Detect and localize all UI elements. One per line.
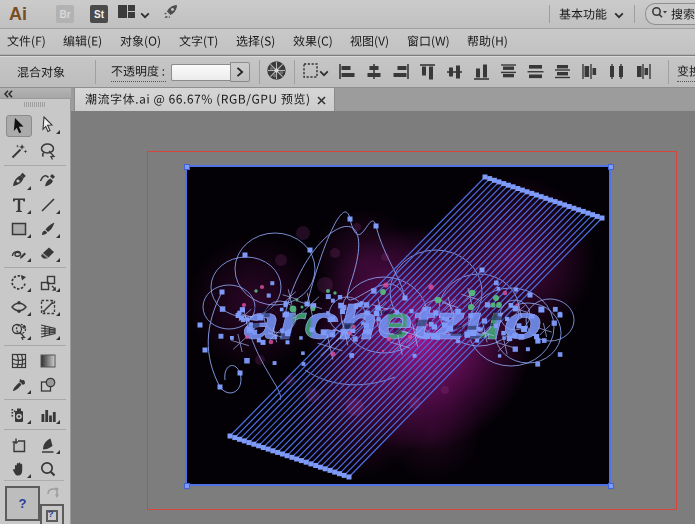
distribute-left-icon[interactable] <box>580 62 600 82</box>
selection-anchor[interactable] <box>608 483 614 489</box>
chevron-down-icon <box>140 5 150 23</box>
artwork-graphics: archetzuo <box>185 165 611 486</box>
eraser-tool[interactable] <box>35 243 61 263</box>
paintbrush-tool[interactable] <box>35 219 61 239</box>
align-center-v-icon[interactable] <box>445 62 465 82</box>
stock-icon[interactable]: St <box>90 5 108 23</box>
scale-tool[interactable] <box>35 273 61 293</box>
chevron-down-icon <box>614 5 624 23</box>
search-icon <box>651 5 668 23</box>
bridge-icon[interactable]: Br <box>56 5 74 23</box>
separator <box>668 60 669 84</box>
document-tab[interactable] <box>74 88 335 111</box>
line-segment-tool[interactable] <box>35 195 61 215</box>
document-tab-strip <box>0 88 695 111</box>
menu-item-2[interactable] <box>112 29 171 54</box>
menu-item-label <box>350 33 390 51</box>
document-tab-title <box>85 91 311 109</box>
fill-color-swatch[interactable]: ? <box>5 486 40 521</box>
selection-anchor[interactable] <box>184 164 190 170</box>
curvature-tool[interactable] <box>35 171 61 191</box>
align-right-icon[interactable] <box>391 62 411 82</box>
blend-tool[interactable] <box>35 375 61 395</box>
zoom-tool[interactable] <box>35 459 61 479</box>
panel-grip[interactable] <box>3 62 8 82</box>
selection-anchor[interactable] <box>184 483 190 489</box>
menu-item-3[interactable] <box>171 29 228 54</box>
arrange-documents-icon[interactable] <box>118 4 140 24</box>
align-top-icon[interactable] <box>418 62 438 82</box>
menu-item-1[interactable] <box>55 29 112 54</box>
lasso-tool[interactable] <box>35 141 61 161</box>
menu-item-0[interactable] <box>0 29 55 54</box>
close-icon[interactable] <box>317 91 326 109</box>
menu-item-label <box>293 33 333 51</box>
separator <box>4 165 66 166</box>
opacity-label[interactable] <box>111 62 166 82</box>
slice-tool[interactable] <box>35 435 61 455</box>
search-placeholder <box>671 5 695 23</box>
stroke-color-swatch[interactable]: ? <box>40 504 64 524</box>
menu-item-label <box>7 33 46 51</box>
rectangle-tool[interactable] <box>6 219 32 239</box>
distribute-center-h-icon[interactable] <box>607 62 627 82</box>
column-graph-tool[interactable] <box>35 405 61 425</box>
opacity-input[interactable] <box>171 64 230 81</box>
opacity-dropdown-button[interactable] <box>230 62 250 82</box>
separator <box>4 480 64 481</box>
separator <box>4 267 66 268</box>
application-bar: Ai Br St <box>0 0 695 29</box>
rotate-tool[interactable] <box>6 273 32 293</box>
transform-panel-link[interactable] <box>677 62 695 82</box>
hand-tool[interactable] <box>6 459 32 479</box>
artboard-tool[interactable] <box>6 435 32 455</box>
document-canvas[interactable]: archetzuo <box>71 111 695 524</box>
chevron-down-icon[interactable] <box>319 63 329 81</box>
panel-grip[interactable] <box>24 102 46 107</box>
align-left-icon[interactable] <box>337 62 357 82</box>
gradient-tool[interactable] <box>35 351 61 371</box>
rocket-share-icon[interactable] <box>162 4 179 24</box>
align-center-h-icon[interactable] <box>364 62 384 82</box>
recolor-artwork-icon[interactable] <box>266 60 287 85</box>
search-input[interactable] <box>645 3 695 25</box>
align-to-selection-icon[interactable] <box>302 62 319 83</box>
eyedropper-tool[interactable] <box>6 375 32 395</box>
workspace-label <box>559 5 607 23</box>
menu-item-6[interactable] <box>342 29 399 54</box>
magic-wand-tool[interactable] <box>6 141 32 161</box>
selected-artwork[interactable]: archetzuo <box>185 165 611 486</box>
separator <box>95 60 96 84</box>
selection-anchor[interactable] <box>608 164 614 170</box>
separator <box>4 345 66 346</box>
symbol-sprayer-tool[interactable] <box>6 405 32 425</box>
distribute-top-icon[interactable] <box>499 62 519 82</box>
separator <box>4 429 66 430</box>
mesh-tool[interactable] <box>6 351 32 371</box>
menu-item-5[interactable] <box>285 29 342 54</box>
free-transform-tool[interactable] <box>35 297 61 317</box>
perspective-grid-tool[interactable] <box>35 321 61 341</box>
distribute-bottom-icon[interactable] <box>553 62 573 82</box>
menu-item-label <box>407 33 450 51</box>
control-bar <box>0 56 695 88</box>
tools-panel: ? ? <box>0 99 71 524</box>
direct-selection-tool[interactable] <box>35 115 61 135</box>
align-bottom-icon[interactable] <box>472 62 492 82</box>
separator <box>634 5 635 23</box>
menu-item-8[interactable] <box>459 29 517 54</box>
width-tool[interactable] <box>6 297 32 317</box>
menu-item-7[interactable] <box>399 29 459 54</box>
distribute-center-v-icon[interactable] <box>526 62 546 82</box>
selection-tool[interactable] <box>6 115 32 137</box>
workspace-switcher[interactable] <box>550 0 634 28</box>
shaper-tool[interactable] <box>6 243 32 263</box>
separator <box>259 60 260 84</box>
pen-tool[interactable] <box>6 171 32 191</box>
type-tool[interactable] <box>6 195 32 215</box>
shape-builder-tool[interactable] <box>6 321 32 341</box>
menu-item-4[interactable] <box>228 29 285 54</box>
illustrator-logo: Ai <box>9 4 27 25</box>
distribute-right-icon[interactable] <box>634 62 654 82</box>
swap-fill-stroke-icon[interactable] <box>46 486 60 504</box>
